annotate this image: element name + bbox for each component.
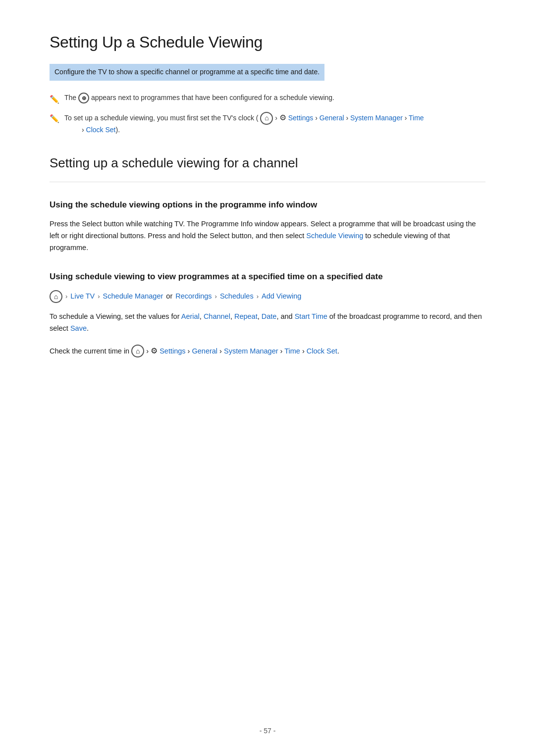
subsection2-title: Using schedule viewing to view programme… (50, 270, 485, 283)
page-title: Setting Up a Schedule Viewing (50, 30, 485, 55)
subsection2-nav-row: ⌂ › Live TV › Schedule Manager or Record… (50, 290, 485, 303)
subsection2-body1: To schedule a Viewing, set the values fo… (50, 311, 485, 335)
nav-live-tv[interactable]: Live TV (70, 291, 95, 302)
chevron-icon-n2-4: › (405, 114, 407, 122)
schedule-clock-icon: ⊕ (78, 93, 89, 103)
chevron-b2-3: › (219, 347, 222, 355)
subsection2-body2: Check the current time in ⌂ › ⚙ Settings… (50, 345, 485, 358)
chevron-sub2-1: › (65, 292, 67, 302)
chevron-sub2-2: › (98, 292, 100, 302)
nav-link-settings[interactable]: Settings (288, 114, 314, 122)
nav-add-viewing[interactable]: Add Viewing (262, 291, 301, 302)
settings-icon-2: ⚙ (151, 345, 158, 357)
home-icon-sub2: ⌂ (50, 290, 62, 303)
nav-or-text: or (166, 291, 172, 302)
page-container: Setting Up a Schedule Viewing Configure … (0, 0, 535, 756)
nav-b2-time[interactable]: Time (284, 347, 300, 355)
subsection1-body: Press the Select button while watching T… (50, 218, 485, 254)
nav-b2-system-manager[interactable]: System Manager (224, 347, 278, 355)
page-number: - 57 - (0, 725, 535, 736)
nav-b2-clock-set[interactable]: Clock Set (307, 347, 337, 355)
highlight-box: Configure the TV to show a specific chan… (50, 64, 324, 81)
chevron-icon-n2-5: › (82, 126, 84, 134)
subsection1: Using the schedule viewing options in th… (50, 198, 485, 254)
link-channel[interactable]: Channel (204, 312, 230, 320)
nav-recordings[interactable]: Recordings (175, 291, 212, 302)
note-1-text: The ⊕ appears next to programmes that ha… (64, 93, 334, 103)
link-start-time[interactable]: Start Time (295, 312, 327, 320)
chevron-sub2-4: › (257, 292, 259, 302)
nav-link-time[interactable]: Time (409, 114, 424, 122)
nav-link-system-manager[interactable]: System Manager (350, 114, 403, 122)
nav-b2-general[interactable]: General (192, 347, 217, 355)
nav-schedule-manager[interactable]: Schedule Manager (103, 291, 163, 302)
highlight-text: Configure the TV to show a specific chan… (54, 68, 320, 76)
subsection2: Using schedule viewing to view programme… (50, 270, 485, 358)
nav-link-general[interactable]: General (320, 114, 344, 122)
home-icon-sub2-2: ⌂ (131, 345, 144, 357)
nav-schedules[interactable]: Schedules (220, 291, 254, 302)
chevron-icon-n2-1: › (275, 114, 277, 122)
link-repeat[interactable]: Repeat (234, 312, 258, 320)
nav-b2-settings[interactable]: Settings (160, 347, 185, 355)
chevron-sub2-3: › (215, 292, 217, 302)
link-aerial[interactable]: Aerial (181, 312, 200, 320)
pencil-icon-2: ✏️ (50, 113, 59, 125)
nav-link-clock-set-1[interactable]: Clock Set (86, 126, 116, 134)
note-2-text: To set up a schedule viewing, you must f… (64, 112, 424, 136)
chevron-icon-n2-2: › (315, 114, 318, 122)
section1-title: Setting up a schedule viewing for a chan… (50, 153, 485, 182)
chevron-b2-5: › (302, 347, 305, 355)
chevron-b2-4: › (280, 347, 283, 355)
schedule-viewing-link[interactable]: Schedule Viewing (306, 232, 363, 240)
section1: Setting up a schedule viewing for a chan… (50, 153, 485, 357)
chevron-b2-2: › (188, 347, 190, 355)
link-date[interactable]: Date (262, 312, 277, 320)
note-item-1: ✏️ The ⊕ appears next to programmes that… (50, 93, 485, 106)
link-save[interactable]: Save (70, 324, 87, 332)
subsection1-title: Using the schedule viewing options in th… (50, 198, 485, 211)
chevron-icon-n2-3: › (346, 114, 348, 122)
settings-icon: ⚙ (279, 112, 286, 124)
home-icon: ⌂ (260, 112, 273, 125)
chevron-b2-1: › (146, 347, 149, 355)
notes-list: ✏️ The ⊕ appears next to programmes that… (50, 93, 485, 135)
note-item-2: ✏️ To set up a schedule viewing, you mus… (50, 112, 485, 136)
pencil-icon-1: ✏️ (50, 94, 59, 106)
